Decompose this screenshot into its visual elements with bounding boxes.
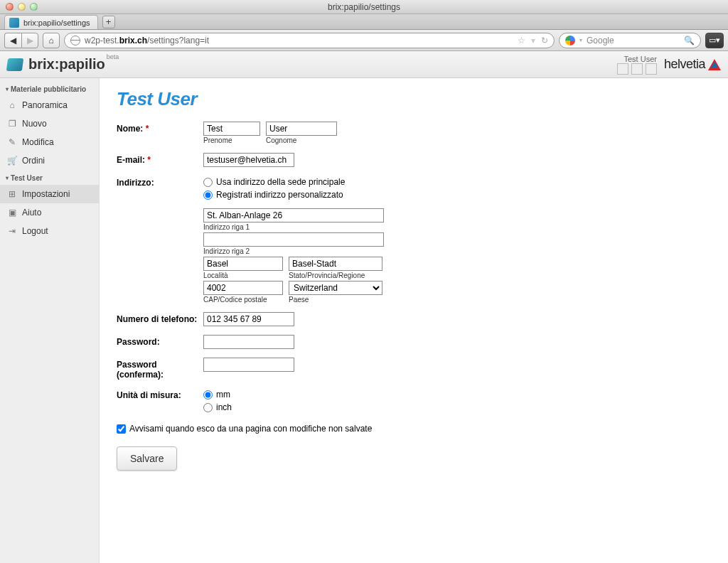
search-box[interactable]: ▾ Google 🔍 <box>559 33 701 48</box>
forward-button[interactable]: ▶ <box>21 33 38 48</box>
save-button[interactable]: Salvare <box>117 446 177 471</box>
header-icon-2[interactable] <box>631 63 643 75</box>
phone-input[interactable] <box>203 312 294 326</box>
name-label: Nome: * <box>117 122 203 134</box>
address-line2-caption: Indirizzo riga 2 <box>203 247 384 255</box>
sidebar-item-panoramica[interactable]: ⌂Panoramica <box>0 96 99 114</box>
cart-icon: 🛒 <box>7 156 17 166</box>
favicon-icon <box>9 18 19 28</box>
state-caption: Stato/Provincia/Regione <box>289 272 382 279</box>
unit-radio-mm[interactable] <box>203 390 213 400</box>
helvetia-text: helvetia <box>664 57 705 72</box>
helvetia-icon <box>708 59 721 70</box>
window-title: brix:papilio/settings <box>0 2 728 12</box>
helvetia-brand: helvetia <box>664 57 721 72</box>
password-confirm-input[interactable] <box>203 358 294 372</box>
logo-icon <box>6 58 24 71</box>
logo-badge: beta <box>107 53 119 60</box>
sidebar-item-modifica[interactable]: ✎Modifica <box>0 133 99 151</box>
sidebar-item-impostazioni[interactable]: ⊞Impostazioni <box>0 185 99 203</box>
address-label: Indirizzo: <box>117 176 203 188</box>
url-bar[interactable]: w2p-test.brix.ch/settings?lang=it ☆ ▾ ↻ <box>64 33 555 48</box>
firstname-caption: Prenome <box>203 136 260 144</box>
home-icon: ⌂ <box>7 100 17 110</box>
lastname-caption: Cognome <box>266 136 337 144</box>
email-label: E-mail: * <box>117 153 203 165</box>
edit-icon: ✎ <box>7 137 17 147</box>
header-username: Test User <box>617 55 657 63</box>
password-label: Password: <box>117 335 203 347</box>
browser-menu-button[interactable]: ▭▾ <box>705 33 724 48</box>
sidebar-item-logout[interactable]: ⇥Logout <box>0 222 99 240</box>
address-line2-input[interactable] <box>203 232 384 247</box>
sidebar-item-aiuto[interactable]: ▣Aiuto <box>0 203 99 222</box>
browser-tab[interactable]: brix:papilio/settings <box>4 15 98 29</box>
password-input[interactable] <box>203 335 294 349</box>
bookmark-icon[interactable]: ☆ <box>518 36 525 45</box>
search-icon[interactable]: 🔍 <box>684 36 695 45</box>
back-button[interactable]: ◀ <box>4 33 21 48</box>
settings-icon: ⊞ <box>7 189 17 199</box>
sidebar-item-ordini[interactable]: 🛒Ordini <box>0 151 99 170</box>
help-icon: ▣ <box>7 208 17 218</box>
google-icon <box>565 36 575 45</box>
app-logo[interactable]: brix:papiliobeta <box>7 56 117 73</box>
sidebar-group-materials[interactable]: Materiale pubblicitario <box>0 81 99 96</box>
country-select[interactable]: Switzerland <box>289 281 382 295</box>
city-input[interactable] <box>203 257 283 271</box>
state-input[interactable] <box>289 257 382 271</box>
phone-label: Numero di telefono: <box>117 312 203 324</box>
warn-on-leave-checkbox[interactable] <box>117 424 126 434</box>
page-title: Test User <box>117 88 711 110</box>
browser-toolbar: ◀ ▶ ⌂ w2p-test.brix.ch/settings?lang=it … <box>0 30 728 51</box>
lastname-input[interactable] <box>266 122 337 136</box>
new-tab-button[interactable]: + <box>102 16 115 28</box>
firstname-input[interactable] <box>203 122 260 136</box>
unit-label: Unità di misura: <box>117 388 203 400</box>
search-placeholder: Google <box>587 36 614 45</box>
logout-icon: ⇥ <box>7 226 17 236</box>
sidebar-group-user[interactable]: Test User <box>0 170 99 185</box>
reload-button[interactable]: ↻ <box>541 36 548 45</box>
warn-on-leave-label: Avvisami quando esco da una pagina con m… <box>129 422 372 435</box>
header-icon-3[interactable] <box>646 63 657 75</box>
header-icon-1[interactable] <box>617 63 628 75</box>
sidebar-item-nuovo[interactable]: ❐Nuovo <box>0 114 99 133</box>
password-confirm-label: Password (conferma): <box>117 358 203 380</box>
address-radio-custom[interactable] <box>203 191 213 200</box>
browser-tab-strip: brix:papilio/settings + <box>0 14 728 30</box>
address-radio-main[interactable] <box>203 178 213 187</box>
country-caption: Paese <box>289 296 382 304</box>
new-icon: ❐ <box>7 119 17 129</box>
address-line1-caption: Indirizzo riga 1 <box>203 223 384 231</box>
window-titlebar: brix:papilio/settings <box>0 0 728 14</box>
app-header: brix:papiliobeta Test User helvetia <box>0 51 728 78</box>
city-caption: Località <box>203 272 283 279</box>
logo-text: brix:papilio <box>28 56 105 72</box>
globe-icon <box>70 36 80 45</box>
url-text: w2p-test.brix.ch/settings?lang=it <box>85 36 209 45</box>
main-content: Test User Nome: * Prenome Cognome E <box>100 78 728 563</box>
email-input[interactable] <box>203 153 294 167</box>
unit-radio-inch[interactable] <box>203 403 213 412</box>
address-line1-input[interactable] <box>203 208 384 222</box>
zip-caption: CAP/Codice postale <box>203 296 283 304</box>
sidebar: Materiale pubblicitario ⌂Panoramica ❐Nuo… <box>0 78 100 563</box>
zip-input[interactable] <box>203 281 283 295</box>
home-button[interactable]: ⌂ <box>43 33 60 48</box>
tab-label: brix:papilio/settings <box>23 18 90 27</box>
